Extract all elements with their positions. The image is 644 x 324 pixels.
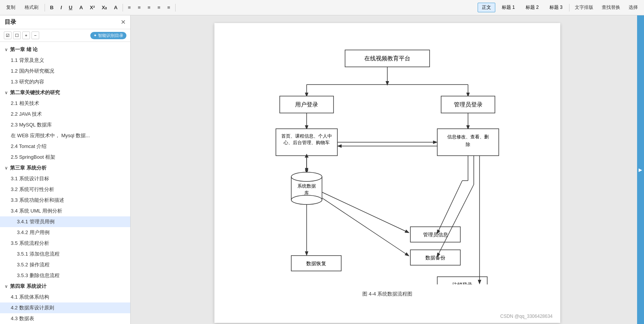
toc-label-ch4: 第四章 系统设计 (10, 283, 46, 290)
toc-label-4.1: 4.1 系统体系结构 (11, 294, 49, 301)
toc-expand-all-button[interactable]: ☑ (4, 32, 12, 39)
toc-label-3.4.2: 3.4.2 用户用例 (17, 229, 50, 236)
sidebar-controls: ☑ ☐ + − ✦ 智能识别目录 (0, 29, 130, 42)
user-functions-label: 首页、课程信息、个人中 (281, 133, 332, 139)
find-replace-button[interactable]: 查找替换 (599, 3, 623, 12)
line-spacing-button[interactable]: ≡ (165, 4, 172, 11)
align-center-button[interactable]: ≡ (136, 4, 143, 11)
admin-info-label: 管理员信息 (423, 232, 448, 238)
toc-item-3.2[interactable]: 3.2 系统可行性分析 (0, 184, 130, 195)
style-h1-button[interactable]: 标题 1 (498, 3, 519, 12)
data-backup-label: 数据备份 (425, 255, 445, 261)
toc-item-3.5[interactable]: 3.5 系统流程分析 (0, 238, 130, 249)
superscript-button[interactable]: X² (88, 4, 97, 11)
toc-item-1.3[interactable]: 1.3 研究的内容 (0, 76, 130, 87)
svg-line-26 (437, 181, 462, 233)
toc-label-3.4.1: 3.4.1 管理员用例 (17, 218, 55, 225)
admin-functions-label: 信息修改、查看、删 (447, 134, 489, 140)
toc-item-ch1[interactable]: ∨第一章 绪 论 (0, 44, 130, 55)
toc-item-1.2[interactable]: 1.2 国内外研究概况 (0, 66, 130, 76)
toc-item-2.2[interactable]: 2.2 JAVA 技术 (0, 109, 130, 120)
text-layout-button[interactable]: 文字排版 (572, 3, 596, 12)
toc-collapse-check-button[interactable]: ☐ (13, 32, 21, 39)
sidebar-close-button[interactable]: ✕ (121, 18, 126, 26)
toc-label-1.3: 1.3 研究的内容 (11, 78, 44, 85)
toc-label-ch1: 第一章 绪 论 (10, 46, 38, 53)
ai-label: 智能识别目录 (98, 33, 123, 38)
data-restore-label: 数据恢复 (306, 261, 326, 266)
toc-label-4.2: 4.2 数据库设计原则 (11, 304, 54, 311)
toc-label-4.3: 4.3 数据表 (11, 315, 34, 322)
separator-2 (123, 4, 123, 12)
toc-item-2.1[interactable]: 2.1 相关技术 (0, 98, 130, 109)
toc-item-3.5.2[interactable]: 3.5.2 操作流程 (0, 259, 130, 270)
toc-item-2.3[interactable]: 2.3 MySQL 数据库 (0, 120, 130, 130)
subscript-button[interactable]: X₂ (100, 4, 109, 11)
toc-label-3.4: 3.4 系统 UML 用例分析 (11, 208, 62, 214)
toc-label-ch3: 第三章 系统分析 (10, 164, 46, 171)
separator-4 (569, 4, 569, 12)
toolbar: 复制 格式刷 B I U A X² X₂ A ≡ ≡ ≡ ≡ ≡ 正文 标题 1… (0, 0, 644, 15)
toc-label-2.1: 2.1 相关技术 (11, 100, 39, 107)
style-h3-button[interactable]: 标题 3 (545, 3, 567, 12)
toc-item-3.5.1[interactable]: 3.5.1 添加信息流程 (0, 249, 130, 259)
toc-label-2.5: 2.5 SpringBoot 框架 (11, 154, 55, 161)
toc-item-ch2[interactable]: ∨第二章关键技术的研究 (0, 87, 130, 98)
toc-add-button[interactable]: + (22, 32, 30, 39)
main-container: 目录 ✕ ☑ ☐ + − ✦ 智能识别目录 ∨第一章 绪 论1.1 背景及意义1… (0, 0, 644, 324)
highlight-button[interactable]: A (112, 4, 119, 11)
svg-point-16 (291, 195, 322, 204)
svg-point-15 (291, 172, 322, 181)
admin-login-label: 管理员登录 (454, 101, 483, 108)
user-functions-label2: 心、后台管理、购物车 (283, 140, 330, 145)
font-color-button[interactable]: A (77, 4, 85, 11)
select-button[interactable]: 选择 (626, 3, 641, 12)
toc-minus-button[interactable]: − (32, 32, 39, 39)
separator-1 (45, 4, 45, 12)
toc-item-3.3[interactable]: 3.3 系统功能分析和描述 (0, 195, 130, 206)
separator-3 (175, 4, 176, 12)
toc-label-3.5: 3.5 系统流程分析 (11, 240, 49, 247)
toc-item-3.4.2[interactable]: 3.4.2 用户用例 (0, 227, 130, 238)
admin-functions-label2: 除 (466, 142, 470, 147)
toc-item-2.3b[interactable]: 在 WEB 应用技术中， Mysql 数据... (0, 130, 130, 141)
toc-item-ch4[interactable]: ∨第四章 系统设计 (0, 281, 130, 292)
toc-item-3.5.3[interactable]: 3.5.3 删除信息流程 (0, 270, 130, 281)
toc-label-2.2: 2.2 JAVA 技术 (11, 111, 42, 118)
align-justify-button[interactable]: ≡ (156, 4, 163, 11)
sidebar-title: 目录 (5, 18, 16, 26)
figure-caption: 图 4-4 系统数据流程图 (237, 291, 537, 297)
toc-label-2.4: 2.4 Tomcat 介绍 (11, 143, 46, 150)
right-panel-icon[interactable]: ▶ (638, 167, 643, 173)
toc-item-4.2[interactable]: 4.2 数据库设计原则 (0, 302, 130, 313)
toc-item-4.1[interactable]: 4.1 系统体系结构 (0, 292, 130, 302)
ai-icon: ✦ (93, 33, 97, 38)
underline-button[interactable]: U (67, 4, 74, 11)
toc-label-3.2: 3.2 系统可行性分析 (11, 186, 54, 193)
toc-item-4.3[interactable]: 4.3 数据表 (0, 313, 130, 324)
toc-item-1.1[interactable]: 1.1 背景及意义 (0, 55, 130, 66)
align-right-button[interactable]: ≡ (146, 4, 153, 11)
style-panel: 正文 标题 1 标题 2 标题 3 文字排版 查找替换 选择 (478, 3, 641, 12)
toc-item-2.4[interactable]: 2.4 Tomcat 介绍 (0, 141, 130, 152)
style-normal-button[interactable]: 正文 (478, 3, 495, 12)
toc-item-3.4.1[interactable]: 3.4.1 管理员用例 (0, 216, 130, 227)
italic-button[interactable]: I (58, 4, 64, 11)
database-label: 系统数据 (297, 183, 316, 189)
toc-label-ch2: 第二章关键技术的研究 (10, 89, 60, 96)
toc-item-2.5[interactable]: 2.5 SpringBoot 框架 (0, 152, 130, 163)
format-brush-button[interactable]: 格式刷 (22, 3, 41, 12)
toc-item-3.1[interactable]: 3.1 系统设计目标 (0, 173, 130, 184)
toc-item-3.4[interactable]: 3.4 系统 UML 用例分析 (0, 206, 130, 216)
database-label2: 库 (304, 190, 309, 196)
user-login-label: 用户登录 (295, 101, 318, 108)
toc-item-ch3[interactable]: ∨第三章 系统分析 (0, 163, 130, 173)
platform-title: 在线视频教育平台 (364, 55, 410, 61)
copy-button[interactable]: 复制 (3, 3, 18, 12)
align-left-button[interactable]: ≡ (126, 4, 133, 11)
sidebar: 目录 ✕ ☑ ☐ + − ✦ 智能识别目录 ∨第一章 绪 论1.1 背景及意义1… (0, 15, 131, 324)
toc-label-3.1: 3.1 系统设计目标 (11, 175, 49, 182)
style-h2-button[interactable]: 标题 2 (521, 3, 543, 12)
toc-label-2.3b: 在 WEB 应用技术中， Mysql 数据... (11, 132, 90, 139)
bold-button[interactable]: B (48, 4, 55, 11)
